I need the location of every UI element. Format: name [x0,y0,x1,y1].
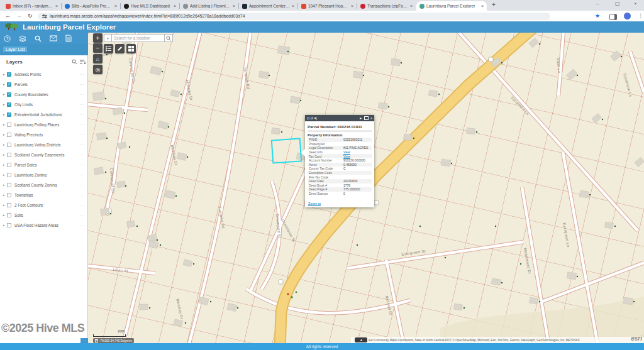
layer-checkbox[interactable]: ✓ [7,173,11,177]
info-icon[interactable]: ? [4,35,11,42]
layer-menu-icon[interactable]: ··· [80,213,85,217]
tab-close-icon[interactable]: × [481,4,484,8]
back-icon[interactable]: ← [5,13,11,19]
window-maximize-button[interactable]: ▢ [615,1,620,6]
zoom-to-link[interactable]: Zoom to [308,202,321,205]
search-source-dropdown[interactable]: ▾ [104,34,112,42]
browser-tab-hive[interactable]: Hive MLS Dashboard× [121,1,179,11]
layer-menu-icon[interactable]: ··· [80,133,85,136]
layer-menu-icon[interactable]: ··· [80,92,85,96]
tab-close-icon[interactable]: × [55,4,58,8]
layer-row-parcel-sales[interactable]: ▸✓Parcel Sales··· [0,160,88,170]
layer-menu-icon[interactable]: ··· [80,112,85,116]
layer-checkbox[interactable]: ✓ [7,203,11,207]
panel-resize-handle[interactable]: · · [80,338,88,343]
layer-checkbox[interactable]: ✓ [7,123,11,127]
site-settings-icon[interactable] [42,14,47,19]
layer-checkbox[interactable]: ✓ [7,82,11,87]
browser-menu-icon[interactable]: ⋮ [638,13,643,19]
layer-checkbox[interactable]: ✓ [7,153,11,157]
forward-icon[interactable]: → [16,13,22,19]
layer-row-county-zoning[interactable]: ▸✓Scotland County Zoning··· [0,180,88,190]
report-icon[interactable] [65,35,72,42]
layer-menu-icon[interactable]: ··· [80,193,85,197]
new-tab-button[interactable]: + [492,1,496,8]
tab-close-icon[interactable]: × [233,4,235,8]
bookmark-star-icon[interactable]: ★ [595,13,600,19]
layer-checkbox[interactable]: ✓ [7,72,11,77]
layer-menu-icon[interactable]: ··· [80,72,85,76]
layer-menu-icon[interactable]: ··· [80,153,85,156]
next-feature-icon[interactable]: ► [359,116,362,120]
layer-menu-icon[interactable]: ··· [80,123,85,126]
layer-row-townships[interactable]: ▸✓Townships··· [0,190,88,200]
popup-header[interactable]: (1 of 4) ► × [305,115,374,121]
tab-close-icon[interactable]: × [410,4,413,8]
window-minimize-button[interactable]: – [596,1,599,6]
search-input[interactable] [112,34,165,42]
layer-search-icon[interactable] [72,59,77,65]
browser-tab-zipform[interactable]: Transactions (zipForm Edition)× [357,1,416,11]
layer-menu-icon[interactable]: ··· [80,173,85,177]
layer-row-etj[interactable]: ▸✓Extraterritorial Jurisdictions··· [0,109,88,119]
address-bar[interactable]: laurinburg.maps.arcgis.com/apps/webappvi… [38,13,550,20]
deed-info-link[interactable]: View [343,150,372,154]
browser-tab-flexmls[interactable]: Add Listing | Flexmls Web× [180,1,238,11]
tab-close-icon[interactable]: × [351,4,353,8]
browser-tab-appfolio[interactable]: Bills - AppFolio Property Man...× [62,1,120,11]
layer-row-county-boundaries[interactable]: ▸✓County Boundaries··· [0,89,88,99]
overview-map-toggle[interactable]: ◂ [355,337,367,342]
layer-menu-icon[interactable]: ··· [80,183,85,187]
layer-menu-icon[interactable]: ··· [80,102,85,106]
legend-button[interactable] [104,44,113,53]
tab-close-icon[interactable]: × [292,4,294,8]
search-icon[interactable] [35,35,42,42]
layer-row-laurinburg-zoning[interactable]: ▸✓Laurinburg Zoning··· [0,170,88,180]
layer-checkbox[interactable]: ✓ [7,112,11,117]
layer-menu-icon[interactable]: ··· [80,82,85,86]
reload-icon[interactable]: ↻ [28,13,33,19]
tax-card-link[interactable]: View [343,155,372,158]
layer-checkbox[interactable]: ✓ [7,133,11,137]
layer-checkbox[interactable]: ✓ [7,193,11,197]
layer-row-polling-places[interactable]: ▸✓Laurinburg Polling Places··· [0,119,88,129]
popup-menu-icon[interactable]: ··· [367,202,372,205]
home-button[interactable]: ⌂ [93,54,103,63]
layer-menu-icon[interactable]: ··· [80,163,85,167]
layer-checkbox[interactable]: ✓ [7,223,11,227]
locate-button[interactable]: ◎ [93,65,103,74]
zoom-in-button[interactable]: + [93,33,103,43]
tab-close-icon[interactable]: × [174,4,176,8]
coordinate-readout[interactable]: -79.500 34.743 Degrees [93,338,134,343]
layers-icon[interactable] [19,35,26,42]
layer-row-city-limits[interactable]: ▸✓City Limits··· [0,99,88,109]
layer-row-flood-hazard[interactable]: ▸✓USA Flood Hazard Areas··· [0,220,88,230]
layer-row-address-points[interactable]: ▸✓Address Points··· [0,69,88,79]
draw-button[interactable] [115,44,125,53]
zoom-out-button[interactable]: − [93,43,103,53]
layer-row-voting-districts[interactable]: ▸✓Laurinburg Voting Districts··· [0,139,88,150]
tab-close-icon[interactable]: × [114,4,117,8]
layer-row-parcels[interactable]: ▸✓Parcels··· [0,79,88,89]
layer-checkbox[interactable]: ✓ [7,102,11,107]
profile-avatar[interactable] [624,13,631,19]
close-icon[interactable]: × [370,116,372,120]
layer-checkbox[interactable]: ✓ [7,183,11,187]
browser-tab-appointment[interactable]: Appointment Center - Staff - S...× [239,1,297,11]
layer-menu-icon[interactable]: ··· [80,223,85,227]
layer-checkbox[interactable]: ✓ [7,163,11,167]
search-button[interactable] [165,34,173,42]
layer-row-easements[interactable]: ▸✓Scotland County Easements··· [0,150,88,160]
maximize-icon[interactable] [364,116,369,120]
layer-row-contours[interactable]: ▸✓2 Foot Contours··· [0,200,88,210]
layer-checkbox[interactable]: ✓ [7,92,11,97]
browser-tab-laurinburg-active[interactable]: Laurinburg Parcel Explorer× [416,1,487,11]
layer-row-soils[interactable]: ▸✓Soils··· [0,210,88,220]
map-canvas[interactable]: Colinwood Cl Colinwood Cir Moseley Dr Mo… [88,33,644,343]
layer-menu-icon[interactable]: ··· [80,143,85,146]
side-panel-icon[interactable] [609,14,617,20]
window-close-button[interactable]: × [634,1,637,6]
layer-checkbox[interactable]: ✓ [7,213,11,217]
layer-options-icon[interactable] [80,59,86,65]
browser-tab-gmail[interactable]: Inbox (97) - randymccally@g...× [3,1,61,11]
